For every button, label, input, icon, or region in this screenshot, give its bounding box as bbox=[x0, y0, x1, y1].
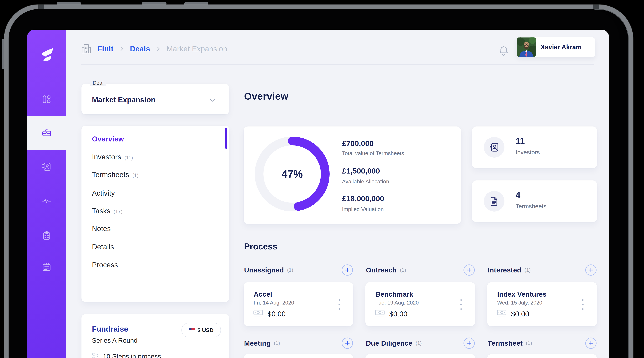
investment-amount-row: $0.00 bbox=[496, 309, 529, 319]
tasks-clipboard-icon[interactable] bbox=[42, 231, 51, 240]
chevron-right-icon bbox=[120, 46, 124, 51]
deal-nav-process[interactable]: Process bbox=[92, 261, 121, 269]
active-nav-indicator bbox=[225, 128, 227, 149]
investor-card-partial[interactable] bbox=[366, 354, 475, 358]
investor-card-partial[interactable] bbox=[244, 354, 353, 358]
investors-summary-card[interactable]: 11 Investors bbox=[472, 127, 597, 168]
donut-percentage: 47% bbox=[254, 136, 330, 212]
fundraise-steps-row: 10 Steps in process bbox=[92, 353, 161, 358]
breadcrumb-deals-link[interactable]: Deals bbox=[130, 44, 150, 53]
investors-label: Investors bbox=[516, 149, 540, 156]
investors-icon bbox=[484, 137, 504, 158]
fundraise-panel: Fundraise Series A Round $ USD 10 Steps … bbox=[82, 314, 229, 358]
breadcrumb: Fluit Deals Market Expansion bbox=[81, 43, 227, 54]
implied-valuation-value: £18,000,000 bbox=[342, 194, 384, 203]
deal-nav-activity[interactable]: Activity bbox=[92, 189, 118, 197]
deal-nav-tasks[interactable]: Tasks(17) bbox=[92, 207, 122, 215]
fundraise-title: Fundraise bbox=[92, 325, 128, 333]
termsheets-label: Termsheets bbox=[516, 203, 546, 210]
activity-icon[interactable] bbox=[42, 196, 51, 205]
fluit-logo-icon[interactable] bbox=[37, 44, 56, 63]
investor-card-benchmark[interactable]: Benchmark Tue, 19 Aug, 2020 $0.00 bbox=[366, 282, 475, 326]
deal-selector[interactable]: Market Expansion bbox=[82, 84, 229, 114]
termsheets-summary-card[interactable]: 4 Termsheets bbox=[472, 180, 597, 222]
kebab-menu-icon[interactable] bbox=[459, 298, 464, 311]
column-header-unassigned: Unassigned(1) bbox=[244, 264, 293, 276]
deals-briefcase-icon[interactable] bbox=[42, 128, 51, 138]
investors-count: 11 bbox=[516, 136, 525, 146]
investor-card-index-ventures[interactable]: Index Ventures Wed, 15 July, 2020 $0.00 bbox=[487, 282, 597, 326]
notes-icon[interactable] bbox=[42, 262, 51, 272]
chevron-right-icon bbox=[156, 46, 161, 51]
investment-amount-row: $0.00 bbox=[375, 309, 408, 319]
page-title: Overview bbox=[244, 91, 288, 102]
investor-card-accel[interactable]: Accel Fri, 14 Aug, 2020 $0.00 bbox=[244, 282, 353, 326]
steps-flow-icon bbox=[92, 353, 100, 358]
kebab-menu-icon[interactable] bbox=[337, 298, 342, 311]
overview-stats-card: 47% £700,000 Total value of Termsheets £… bbox=[244, 127, 461, 224]
currency-value: $ USD bbox=[198, 327, 214, 333]
kebab-menu-icon[interactable] bbox=[580, 298, 585, 311]
banknote-icon bbox=[496, 309, 507, 319]
chevron-down-icon bbox=[209, 97, 216, 104]
add-to-due-diligence-button[interactable] bbox=[463, 337, 475, 349]
us-flag-icon bbox=[189, 328, 195, 332]
column-header-termsheet: Termsheet(1) bbox=[488, 337, 532, 349]
notifications-bell-icon[interactable] bbox=[498, 45, 509, 57]
user-name: Xavier Akram bbox=[540, 43, 582, 51]
investor-name: Benchmark bbox=[376, 290, 413, 298]
currency-selector[interactable]: $ USD bbox=[182, 323, 221, 337]
tablet-mockup: Fluit Deals Market Expansion bbox=[0, 0, 644, 358]
investor-card-partial[interactable] bbox=[487, 354, 597, 358]
investment-amount: $0.00 bbox=[511, 310, 529, 318]
implied-valuation-label: Implied Valuation bbox=[342, 206, 384, 212]
column-header-due-diligence: Due Diligence(1) bbox=[366, 337, 422, 349]
user-menu[interactable]: Xavier Akram bbox=[517, 37, 595, 57]
banknote-icon bbox=[253, 309, 263, 319]
column-header-outreach: Outreach(1) bbox=[366, 264, 406, 276]
breadcrumb-fluit-link[interactable]: Fluit bbox=[98, 44, 114, 53]
add-to-interested-button[interactable] bbox=[585, 264, 597, 276]
banknote-icon bbox=[375, 309, 385, 319]
column-header-meeting: Meeting(1) bbox=[244, 337, 280, 349]
termsheets-total-label: Total value of Termsheets bbox=[342, 150, 404, 157]
antenna-band bbox=[38, 4, 44, 9]
contacts-icon[interactable] bbox=[42, 162, 51, 172]
fundraise-round: Series A Round bbox=[92, 337, 138, 344]
add-to-outreach-button[interactable] bbox=[463, 264, 475, 276]
investor-name: Accel bbox=[254, 290, 272, 298]
investment-amount-row: $0.00 bbox=[253, 309, 286, 319]
deal-nav-termsheets[interactable]: Termsheets(1) bbox=[92, 171, 138, 179]
deal-selector-value: Market Expansion bbox=[92, 95, 156, 104]
investor-name: Index Ventures bbox=[497, 290, 546, 298]
process-section-title: Process bbox=[244, 241, 277, 251]
add-to-meeting-button[interactable] bbox=[341, 337, 353, 349]
termsheets-document-icon bbox=[484, 191, 504, 211]
company-building-icon bbox=[81, 43, 92, 54]
investor-date: Wed, 15 July, 2020 bbox=[497, 300, 542, 306]
investment-amount: $0.00 bbox=[268, 310, 286, 318]
deal-nav-notes[interactable]: Notes bbox=[92, 225, 114, 233]
deal-nav-overview[interactable]: Overview bbox=[92, 135, 127, 143]
sidebar bbox=[27, 30, 66, 358]
termsheets-count: 4 bbox=[516, 190, 520, 200]
app-screen: Fluit Deals Market Expansion bbox=[27, 30, 609, 358]
add-to-unassigned-button[interactable] bbox=[341, 264, 353, 276]
available-allocation-value: £1,500,000 bbox=[342, 167, 380, 175]
investor-date: Tue, 19 Aug, 2020 bbox=[376, 300, 419, 306]
available-allocation-label: Available Allocation bbox=[342, 178, 389, 185]
column-header-interested: Interested(1) bbox=[488, 264, 530, 276]
breadcrumb-current-page: Market Expansion bbox=[167, 44, 227, 53]
termsheets-total-value: £700,000 bbox=[342, 139, 374, 148]
add-to-termsheet-button[interactable] bbox=[585, 337, 597, 349]
fundraise-steps-text: 10 Steps in process bbox=[103, 353, 161, 358]
deal-selector-label: Deal bbox=[90, 80, 106, 86]
deal-nav-panel: Overview Investors(11) Termsheets(1) Act… bbox=[82, 126, 229, 302]
deal-nav-details[interactable]: Details bbox=[92, 243, 117, 251]
antenna-band bbox=[593, 4, 599, 9]
dashboard-icon[interactable] bbox=[42, 95, 51, 104]
avatar bbox=[517, 37, 536, 57]
header-divider bbox=[81, 64, 594, 65]
deal-nav-investors[interactable]: Investors(11) bbox=[92, 153, 133, 161]
investment-amount: $0.00 bbox=[389, 310, 408, 318]
